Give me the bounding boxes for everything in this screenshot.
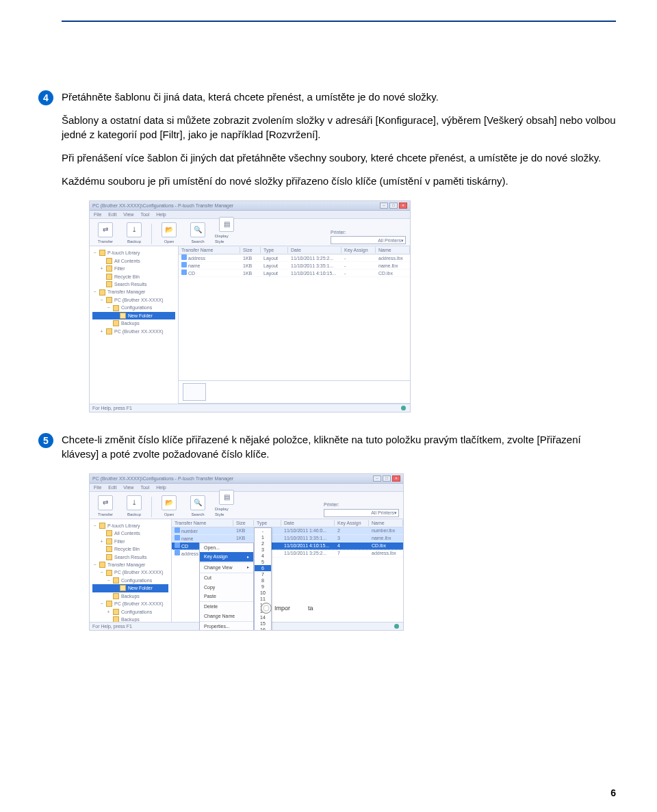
tree-new-folder[interactable]: New Folder [92,584,168,592]
transfer-button[interactable]: ⇄Transfer [94,222,117,244]
search-button[interactable]: 🔍Search [186,222,209,244]
tree-pc1[interactable]: −PC (Brother XX-XXXX) [92,568,168,576]
tree-recycle-bin[interactable]: Recycle Bin [92,545,168,553]
folder-tree[interactable]: −P-touch Library All Contents +Filter Re… [90,246,179,404]
display-style-button[interactable]: ▤Display Style [215,217,238,244]
context-menu-item[interactable]: Key Assign▸ [200,552,253,561]
tree-ptouch-library[interactable]: −P-touch Library [92,249,175,257]
search-button[interactable]: 🔍Search [186,495,209,517]
tree-search-results[interactable]: Search Results [92,280,175,288]
key-option[interactable]: 7 [255,571,271,577]
col-type[interactable]: Type [261,247,288,253]
minimize-button[interactable]: – [380,202,388,209]
col-date[interactable]: Date [281,520,335,526]
col-key-assign[interactable]: Key Assign [335,520,369,526]
window-title: PC (Brother XX-XXXX)\Configurations - P-… [92,475,233,482]
tree-ptouch-library[interactable]: −P-touch Library [92,522,168,529]
key-option[interactable]: 3 [255,547,271,553]
context-menu-item[interactable]: Change Name [200,612,253,620]
menu-edit[interactable]: Edit [108,484,116,490]
context-menu-item[interactable]: Properties... [200,621,253,631]
col-size[interactable]: Size [240,247,261,253]
list-item[interactable]: number1KBLayout11/10/2011 1:46:0...2numb… [172,527,403,535]
tree-transfer-manager[interactable]: −Transfer Manager [92,288,175,296]
context-menu-item[interactable]: Change View▸ [200,562,253,572]
menu-file[interactable]: File [94,484,101,490]
menu-file[interactable]: File [94,211,101,218]
maximize-button[interactable]: □ [389,202,398,209]
tree-new-folder[interactable]: New Folder [92,312,175,319]
key-option[interactable]: 5 [255,559,271,565]
tree-backups-2[interactable]: Backups [92,616,168,622]
context-menu-item[interactable]: Cut [200,573,253,582]
tree-recycle-bin[interactable]: Recycle Bin [92,273,175,280]
tree-all-contents[interactable]: All Contents [92,257,175,265]
tree-backups[interactable]: Backups [92,592,168,600]
backup-button[interactable]: ⤓Backup [123,222,146,244]
menu-help[interactable]: Help [156,211,166,218]
col-transfer-name[interactable]: Transfer Name [172,520,233,526]
window-buttons: – □ × [373,475,400,482]
key-assign-submenu[interactable]: -123456789101112131415161718192021222324… [254,527,272,631]
tree-all-contents[interactable]: All Contents [92,529,168,537]
context-menu-item[interactable]: Delete [200,601,253,611]
key-option[interactable]: 16 [255,627,271,631]
menu-help[interactable]: Help [156,484,166,490]
col-type[interactable]: Type [254,520,281,526]
tree-configurations[interactable]: −Configurations [92,577,168,584]
context-menu-item[interactable]: Copy [200,583,253,592]
col-size[interactable]: Size [233,520,254,526]
key-option[interactable]: 8 [255,577,271,584]
open-button[interactable]: 📂Open [157,222,181,244]
key-option[interactable]: 11 [255,596,271,602]
list-item[interactable]: name1KBLayout11/10/2011 3:35:1...-name.l… [179,262,410,270]
col-transfer-name[interactable]: Transfer Name [179,247,240,253]
tree-filter[interactable]: +Filter [92,538,168,545]
list-item[interactable]: name1KBLayout11/10/2011 3:35:1...3name.l… [172,535,403,542]
context-menu-item[interactable]: Open... [200,543,253,552]
display-style-button[interactable]: ▤Display Style [215,490,238,517]
transfer-button[interactable]: ⇄Transfer [94,495,117,517]
key-option[interactable]: 4 [255,553,271,559]
tree-transfer-manager[interactable]: −Transfer Manager [92,561,168,568]
minimize-button[interactable]: – [373,475,381,482]
tree-configurations-2[interactable]: +Configurations [92,608,168,616]
tree-filter[interactable]: +Filter [92,265,175,272]
col-key-assign[interactable]: Key Assign [342,247,376,253]
tree-pc2[interactable]: +PC (Brother XX-XXXX) [92,328,175,335]
menu-view[interactable]: View [123,211,133,218]
key-option[interactable]: 6 [255,565,271,571]
key-option[interactable]: 15 [255,620,271,627]
key-option[interactable]: 10 [255,590,271,596]
key-option[interactable]: 1 [255,534,271,540]
open-button[interactable]: 📂Open [157,495,181,517]
key-option[interactable]: 14 [255,614,271,620]
list-rows[interactable]: address1KBLayout11/10/2011 3:25:2...-add… [179,254,410,380]
menu-tool[interactable]: Tool [140,484,149,490]
col-date[interactable]: Date [288,247,342,253]
list-item[interactable]: address1KBLayout11/10/2011 3:25:2...-add… [179,254,410,262]
printer-dropdown[interactable]: All Printers▾ [331,236,406,244]
list-item[interactable]: CD1KBLayout11/10/2011 4:10:15...-CD.lbx [179,270,410,277]
key-option[interactable]: - [255,528,271,534]
menu-tool[interactable]: Tool [140,211,149,218]
tree-pc1[interactable]: −PC (Brother XX-XXXX) [92,296,175,304]
menu-edit[interactable]: Edit [108,211,116,218]
context-menu-item[interactable]: Paste [200,592,253,601]
col-name[interactable]: Name [369,520,403,526]
maximize-button[interactable]: □ [383,475,391,482]
tree-pc2[interactable]: −PC (Brother XX-XXXX) [92,600,168,607]
printer-dropdown[interactable]: All Printers▾ [324,509,399,517]
backup-button[interactable]: ⤓Backup [123,495,146,517]
key-option[interactable]: 2 [255,540,271,547]
key-option[interactable]: 9 [255,584,271,590]
col-name[interactable]: Name [376,247,410,253]
tree-search-results[interactable]: Search Results [92,553,168,561]
menu-view[interactable]: View [123,484,133,490]
tree-backups[interactable]: Backups [92,319,175,327]
folder-tree[interactable]: −P-touch Library All Contents +Filter Re… [90,519,172,622]
context-menu[interactable]: Open...Key Assign▸Change View▸CutCopyPas… [199,542,254,631]
close-button[interactable]: × [392,475,400,482]
tree-configurations[interactable]: −Configurations [92,304,175,311]
close-button[interactable]: × [399,202,407,209]
